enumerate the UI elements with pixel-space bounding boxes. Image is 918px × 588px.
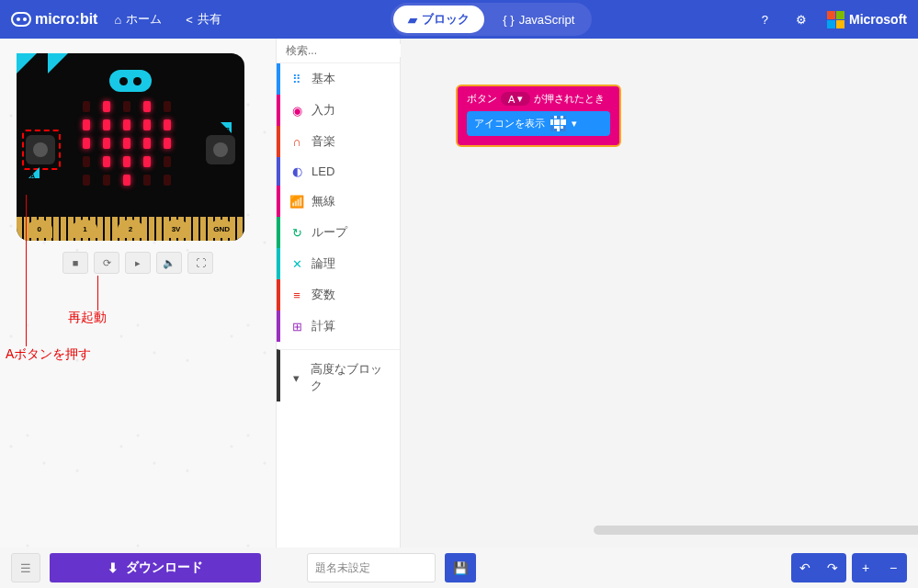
chevron-down-icon: ▾	[289, 371, 303, 385]
explorer-toggle-button[interactable]: ☰	[11, 553, 40, 582]
redo-button[interactable]: ↷	[819, 553, 846, 582]
sim-snail-button[interactable]: ▸	[125, 252, 151, 274]
toggle-javascript[interactable]: { } JavaScript	[488, 6, 589, 33]
button-a-label: A	[30, 173, 35, 179]
category-music[interactable]: ∩音楽	[277, 126, 400, 157]
toggle-icon: ◐	[289, 164, 304, 178]
edge-connector: 0123VGND	[17, 217, 244, 241]
help-button[interactable]: ?	[754, 9, 776, 30]
sim-stop-button[interactable]: ■	[62, 252, 88, 274]
category-variables[interactable]: ≡変数	[277, 279, 400, 311]
annotation-press-a: Aボタンを押す	[6, 346, 91, 363]
editor-toggle: ▰ ブロック { } JavaScript	[391, 3, 592, 36]
save-icon: 💾	[453, 561, 469, 575]
simulator: A B 0123VGND	[17, 53, 244, 241]
settings-button[interactable]: ⚙	[788, 9, 814, 30]
calc-icon: ⊞	[289, 320, 304, 334]
sim-mute-button[interactable]: 🔈	[156, 252, 182, 274]
annotation-restart: 再起動	[68, 310, 107, 326]
microsoft-logo[interactable]: Microsoft	[827, 11, 907, 28]
project-name-input[interactable]	[307, 553, 436, 582]
category-basic[interactable]: ⠿基本	[277, 63, 400, 95]
signal-icon: 📶	[289, 195, 304, 209]
gear-icon: ⚙	[796, 13, 807, 27]
loop-icon: ↻	[289, 226, 304, 240]
download-icon: ⬇	[108, 560, 119, 575]
button-b-label: B	[225, 127, 230, 133]
category-advanced[interactable]: ▾高度なブロック	[277, 349, 400, 401]
category-led[interactable]: ◐LED	[277, 157, 400, 186]
toggle-blocks[interactable]: ▰ ブロック	[393, 6, 484, 33]
undo-button[interactable]: ↶	[791, 553, 819, 582]
workspace[interactable]: ボタン A ▾ が押されたとき アイコンを表示 ▾	[401, 39, 918, 548]
home-button[interactable]: ⌂ ホーム	[107, 7, 169, 31]
headphone-icon: ∩	[289, 135, 304, 149]
category-input[interactable]: ◉入力	[277, 95, 400, 126]
zoom-out-button[interactable]: −	[879, 553, 907, 582]
toolbox-search[interactable]: 🔍	[277, 39, 400, 63]
chevron-down-icon: ▾	[572, 118, 577, 130]
toolbox: 🔍 ⠿基本 ◉入力 ∩音楽 ◐LED 📶無線 ↻ループ ✕論理 ≡変数 ⊞計算 …	[276, 39, 401, 548]
annotation-line-a	[26, 195, 27, 346]
led-matrix	[83, 101, 176, 187]
microbit-face-icon	[109, 70, 152, 92]
category-logic[interactable]: ✕論理	[277, 248, 400, 279]
bottom-bar: ☰ ⬇ ダウンロード 💾 ↶ ↷ + −	[0, 548, 918, 588]
code-block-onbutton[interactable]: ボタン A ▾ が押されたとき アイコンを表示 ▾	[456, 85, 621, 147]
heart-icon	[550, 116, 566, 131]
grid-icon: ⠿	[289, 73, 304, 86]
simulator-controls: ■ ⟳ ▸ 🔈 ⛶	[17, 252, 259, 274]
sim-button-a[interactable]	[26, 135, 55, 164]
workspace-scrollbar[interactable]	[594, 526, 918, 535]
annotation-line-restart	[97, 276, 98, 311]
sim-fullscreen-button[interactable]: ⛶	[187, 252, 213, 274]
target-icon: ◉	[289, 104, 304, 118]
button-dropdown[interactable]: A ▾	[501, 92, 530, 106]
save-button[interactable]: 💾	[445, 553, 476, 582]
sim-button-b[interactable]	[206, 135, 235, 164]
share-icon: <	[186, 13, 193, 27]
list-icon: ≡	[289, 288, 304, 302]
branch-icon: ✕	[289, 257, 304, 271]
js-icon: { }	[503, 13, 514, 27]
blocks-icon: ▰	[408, 13, 417, 27]
category-radio[interactable]: 📶無線	[277, 186, 400, 217]
sim-restart-button[interactable]: ⟳	[94, 252, 119, 274]
logo-text: micro:bit	[35, 11, 97, 28]
help-icon: ?	[762, 13, 768, 27]
category-math[interactable]: ⊞計算	[277, 311, 400, 342]
logo[interactable]: micro:bit	[11, 11, 97, 28]
download-button[interactable]: ⬇ ダウンロード	[50, 553, 261, 582]
chevron-down-icon: ▾	[517, 93, 523, 105]
code-block-showicon[interactable]: アイコンを表示 ▾	[467, 111, 610, 136]
zoom-in-button[interactable]: +	[852, 553, 879, 582]
home-icon: ⌂	[114, 13, 121, 27]
category-loops[interactable]: ↻ループ	[277, 217, 400, 248]
share-button[interactable]: < 共有	[178, 7, 229, 31]
